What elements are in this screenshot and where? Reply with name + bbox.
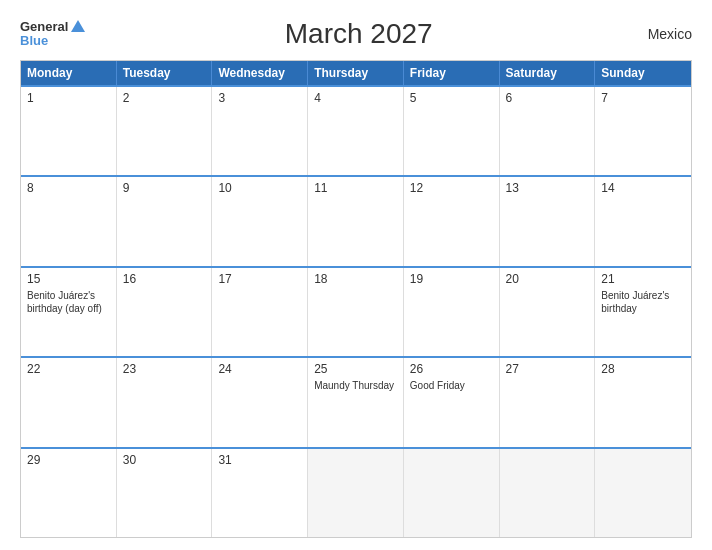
event-label: Maundy Thursday [314,380,394,391]
cal-cell: 8 [21,177,117,265]
cal-cell: 1 [21,87,117,175]
logo-general-text: General [20,20,68,34]
event-label: Good Friday [410,380,465,391]
cal-cell: 30 [117,449,213,537]
logo: General Blue [20,20,85,49]
header-day-saturday: Saturday [500,61,596,85]
cal-cell: 21Benito Juárez's birthday [595,268,691,356]
cal-cell: 27 [500,358,596,446]
header-day-sunday: Sunday [595,61,691,85]
header-day-monday: Monday [21,61,117,85]
cal-cell: 29 [21,449,117,537]
day-number: 5 [410,91,493,105]
day-number: 23 [123,362,206,376]
header-day-friday: Friday [404,61,500,85]
cal-cell: 13 [500,177,596,265]
calendar: MondayTuesdayWednesdayThursdayFridaySatu… [20,60,692,538]
day-number: 25 [314,362,397,376]
cal-cell: 22 [21,358,117,446]
day-number: 15 [27,272,110,286]
cal-cell: 20 [500,268,596,356]
event-label: Benito Juárez's birthday [601,290,669,314]
day-number: 24 [218,362,301,376]
cal-cell: 31 [212,449,308,537]
week-row-2: 891011121314 [21,175,691,265]
cal-cell: 15Benito Juárez's birthday (day off) [21,268,117,356]
day-number: 19 [410,272,493,286]
day-number: 9 [123,181,206,195]
cal-cell: 14 [595,177,691,265]
day-number: 28 [601,362,685,376]
day-number: 1 [27,91,110,105]
cal-cell: 18 [308,268,404,356]
week-row-1: 1234567 [21,85,691,175]
cal-cell: 28 [595,358,691,446]
day-number: 30 [123,453,206,467]
day-number: 31 [218,453,301,467]
cal-cell: 6 [500,87,596,175]
cal-cell: 7 [595,87,691,175]
day-number: 17 [218,272,301,286]
day-number: 2 [123,91,206,105]
cal-cell: 25Maundy Thursday [308,358,404,446]
day-number: 8 [27,181,110,195]
calendar-header: MondayTuesdayWednesdayThursdayFridaySatu… [21,61,691,85]
week-row-5: 293031 [21,447,691,537]
day-number: 22 [27,362,110,376]
day-number: 16 [123,272,206,286]
day-number: 13 [506,181,589,195]
cal-cell: 4 [308,87,404,175]
cal-cell: 24 [212,358,308,446]
day-number: 14 [601,181,685,195]
cal-cell: 16 [117,268,213,356]
cal-cell: 9 [117,177,213,265]
cal-cell: 17 [212,268,308,356]
event-label: Benito Juárez's birthday (day off) [27,290,102,314]
cal-cell [500,449,596,537]
day-number: 10 [218,181,301,195]
cal-cell [595,449,691,537]
day-number: 21 [601,272,685,286]
logo-blue-text: Blue [20,34,85,48]
calendar-title: March 2027 [285,18,433,50]
header: General Blue March 2027 Mexico [20,18,692,50]
day-number: 7 [601,91,685,105]
week-row-3: 15Benito Juárez's birthday (day off)1617… [21,266,691,356]
cal-cell [404,449,500,537]
cal-cell: 19 [404,268,500,356]
day-number: 27 [506,362,589,376]
week-row-4: 22232425Maundy Thursday26Good Friday2728 [21,356,691,446]
day-number: 29 [27,453,110,467]
day-number: 12 [410,181,493,195]
day-number: 11 [314,181,397,195]
header-day-tuesday: Tuesday [117,61,213,85]
day-number: 4 [314,91,397,105]
day-number: 20 [506,272,589,286]
calendar-body: 123456789101112131415Benito Juárez's bir… [21,85,691,537]
header-day-thursday: Thursday [308,61,404,85]
cal-cell: 2 [117,87,213,175]
cal-cell: 12 [404,177,500,265]
page: General Blue March 2027 Mexico MondayTue… [0,0,712,550]
cal-cell: 23 [117,358,213,446]
day-number: 6 [506,91,589,105]
cal-cell [308,449,404,537]
day-number: 3 [218,91,301,105]
day-number: 26 [410,362,493,376]
day-number: 18 [314,272,397,286]
cal-cell: 5 [404,87,500,175]
country-label: Mexico [632,26,692,42]
cal-cell: 10 [212,177,308,265]
cal-cell: 26Good Friday [404,358,500,446]
logo-triangle-icon [71,20,85,32]
cal-cell: 3 [212,87,308,175]
cal-cell: 11 [308,177,404,265]
header-day-wednesday: Wednesday [212,61,308,85]
